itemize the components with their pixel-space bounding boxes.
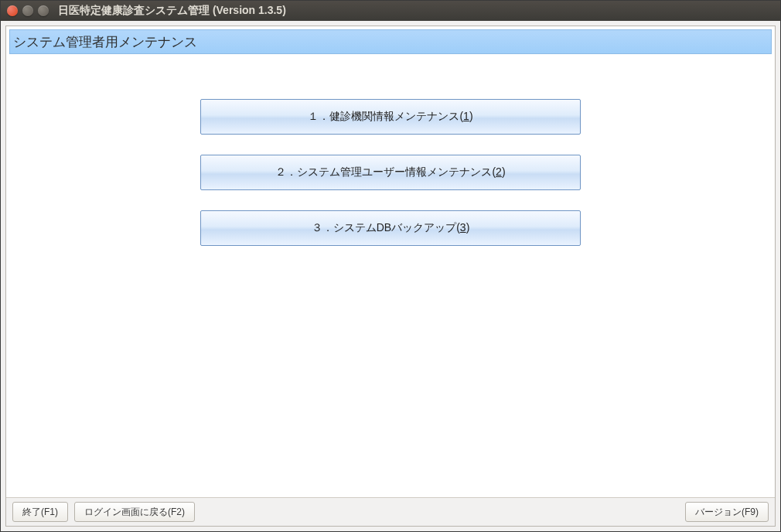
titlebar: 日医特定健康診査システム管理 (Version 1.3.5) xyxy=(1,1,780,21)
menu-btn-label: １．健診機関情報メンテナンス(1) xyxy=(308,110,472,124)
page-title: システム管理者用メンテナンス xyxy=(13,33,197,51)
page-header: システム管理者用メンテナンス xyxy=(9,29,772,54)
menu-btn-label: ３．システムDBバックアップ(3) xyxy=(312,221,470,235)
menu-btn-institution-maintenance[interactable]: １．健診機関情報メンテナンス(1) xyxy=(200,99,581,135)
back-to-login-button[interactable]: ログイン画面に戻る(F2) xyxy=(74,502,195,522)
exit-button[interactable]: 終了(F1) xyxy=(12,502,68,522)
footer-toolbar: 終了(F1) ログイン画面に戻る(F2) バージョン(F9) xyxy=(6,497,775,526)
back-to-login-button-label: ログイン画面に戻る(F2) xyxy=(84,506,185,519)
client-area: システム管理者用メンテナンス １．健診機関情報メンテナンス(1) ２．システム管… xyxy=(5,26,776,527)
close-icon[interactable] xyxy=(7,5,18,16)
menu-btn-label: ２．システム管理ユーザー情報メンテナンス(2) xyxy=(275,165,505,179)
maximize-icon[interactable] xyxy=(38,5,49,16)
window-title: 日医特定健康診査システム管理 (Version 1.3.5) xyxy=(58,4,286,18)
application-window: 日医特定健康診査システム管理 (Version 1.3.5) システム管理者用メ… xyxy=(0,0,781,532)
exit-button-label: 終了(F1) xyxy=(22,506,58,519)
menu-btn-db-backup[interactable]: ３．システムDBバックアップ(3) xyxy=(200,210,581,246)
minimize-icon[interactable] xyxy=(22,5,33,16)
main-menu: １．健診機関情報メンテナンス(1) ２．システム管理ユーザー情報メンテナンス(2… xyxy=(6,54,775,497)
version-button[interactable]: バージョン(F9) xyxy=(685,502,769,522)
menu-btn-user-maintenance[interactable]: ２．システム管理ユーザー情報メンテナンス(2) xyxy=(200,155,581,190)
version-button-label: バージョン(F9) xyxy=(695,506,759,519)
